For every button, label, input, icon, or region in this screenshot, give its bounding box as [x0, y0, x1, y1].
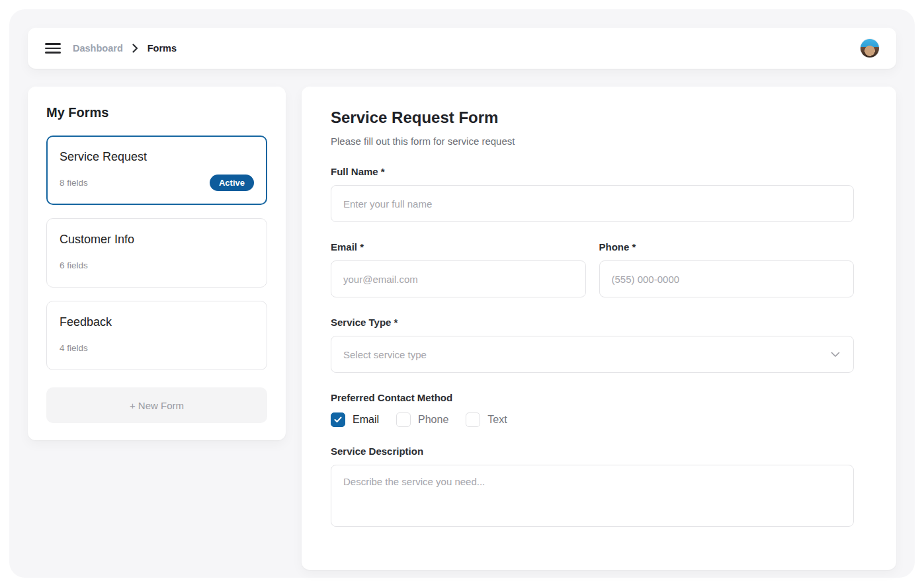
service-description-textarea[interactable]: [331, 465, 854, 527]
form-card-meta: 8 fields Active: [60, 174, 254, 192]
form-card-meta: 6 fields: [60, 256, 254, 274]
form-card-customer-info[interactable]: Customer Info 6 fields: [46, 218, 267, 288]
service-description-label: Service Description: [331, 446, 854, 457]
full-name-label: Full Name *: [331, 166, 854, 177]
phone-label: Phone *: [599, 241, 855, 253]
active-status-badge: Active: [210, 175, 254, 191]
checkbox-label-text: Text: [487, 414, 507, 426]
checkbox-label-phone: Phone: [418, 414, 448, 426]
chevron-right-icon: [132, 44, 138, 53]
sidebar-title: My Forms: [46, 105, 267, 120]
form-card-name: Feedback: [60, 315, 254, 329]
form-card-field-count: 6 fields: [60, 260, 88, 270]
form-card-meta: 4 fields: [60, 339, 254, 357]
form-card-feedback[interactable]: Feedback 4 fields: [46, 301, 267, 370]
new-form-button[interactable]: + New Form: [46, 387, 267, 423]
checkbox-option-email[interactable]: Email: [331, 412, 379, 427]
form-card-name: Customer Info: [60, 233, 254, 247]
contact-method-label: Preferred Contact Method: [331, 392, 854, 403]
phone-input[interactable]: [599, 260, 855, 297]
checkbox-option-text[interactable]: Text: [466, 412, 507, 427]
breadcrumb: Dashboard Forms: [73, 43, 177, 54]
form-card-field-count: 4 fields: [60, 343, 88, 353]
field-service-description: Service Description: [331, 446, 854, 529]
checkbox-email[interactable]: [331, 412, 345, 427]
checkbox-label-email: Email: [353, 414, 379, 426]
my-forms-sidebar: My Forms Service Request 8 fields Active…: [28, 87, 286, 440]
service-type-label: Service Type *: [331, 317, 854, 328]
app-page: Dashboard Forms My Forms Service Request…: [9, 9, 915, 578]
checkbox-option-phone[interactable]: Phone: [396, 412, 448, 427]
field-email: Email *: [331, 241, 586, 297]
breadcrumb-dashboard[interactable]: Dashboard: [73, 43, 123, 54]
form-title: Service Request Form: [331, 108, 854, 127]
full-name-input[interactable]: [331, 185, 854, 222]
field-service-type: Service Type * Select service type: [331, 317, 854, 373]
check-icon: [334, 416, 342, 423]
checkbox-text[interactable]: [466, 412, 480, 427]
email-input[interactable]: [331, 260, 586, 297]
menu-icon[interactable]: [45, 43, 61, 54]
service-type-select[interactable]: Select service type: [331, 336, 854, 373]
form-card-field-count: 8 fields: [60, 178, 88, 188]
checkbox-phone[interactable]: [396, 412, 411, 427]
contact-method-options: Email Phone Text: [331, 412, 854, 427]
top-bar: Dashboard Forms: [28, 28, 896, 69]
form-subtitle: Please fill out this form for service re…: [331, 136, 854, 147]
form-panel: Service Request Form Please fill out thi…: [302, 87, 896, 570]
field-phone: Phone *: [599, 241, 855, 297]
field-full-name: Full Name *: [331, 166, 854, 222]
form-card-name: Service Request: [60, 150, 254, 164]
user-avatar[interactable]: [861, 39, 879, 58]
email-label: Email *: [331, 241, 586, 253]
service-type-placeholder: Select service type: [343, 349, 427, 360]
breadcrumb-forms: Forms: [147, 43, 177, 54]
chevron-down-icon: [831, 348, 840, 360]
field-row-email-phone: Email * Phone *: [331, 241, 854, 297]
field-contact-method: Preferred Contact Method Email Phone: [331, 392, 854, 427]
form-card-service-request[interactable]: Service Request 8 fields Active: [46, 136, 267, 205]
content-area: My Forms Service Request 8 fields Active…: [28, 87, 896, 570]
